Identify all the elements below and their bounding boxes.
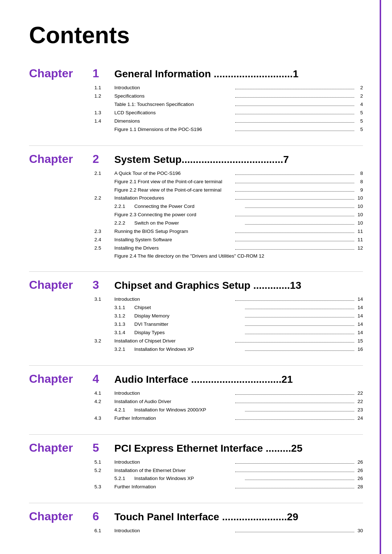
toc-entry-num: 4.2 <box>94 398 114 406</box>
toc-entry-page: 16 <box>356 345 363 354</box>
toc-entry-page: 4 <box>356 100 363 109</box>
chapter-block-4: Chapter4Audio Interface ................… <box>29 372 363 423</box>
toc-entry: 2.2.1Connecting the Power Cord10 <box>94 202 363 211</box>
toc-entry-dots <box>235 394 355 395</box>
toc-entry-dots <box>235 175 355 175</box>
toc-entry-dots <box>235 419 355 420</box>
toc-entry-page: 14 <box>356 312 363 320</box>
toc-entry-page: 10 <box>356 211 363 219</box>
toc-entry-num: 3.1.3 <box>114 320 134 329</box>
toc-entry-text: Further Information <box>114 483 234 491</box>
toc-entry-page: 10 <box>356 202 363 211</box>
toc-entry-num: 4.3 <box>94 414 114 423</box>
toc-entry-page: 14 <box>356 329 363 337</box>
toc-entry-num: 3.1 <box>94 295 114 304</box>
toc-entry-text: Figure 1.1 Dimensions of the POC-S196 <box>114 126 234 134</box>
toc-entry-dots <box>235 97 355 98</box>
toc-entry-num: 3.2 <box>94 337 114 345</box>
toc-entry: 2.4Installing System Software11 <box>94 236 363 244</box>
toc-entry-dots <box>245 309 354 309</box>
toc-entry-dots <box>235 216 355 216</box>
chapter-header-5: Chapter5PCI Express Ethernet Interface .… <box>29 441 363 455</box>
toc-entry-text: Installing System Software <box>114 236 234 244</box>
toc-entry: 4.3Further Information24 <box>94 414 363 423</box>
chapter-header-1: Chapter1General Information ............… <box>29 67 363 80</box>
toc-entry: 2.3Running the BIOS Setup Program11 <box>94 227 363 236</box>
toc-entry: 3.2.1Installation for Windows XP16 <box>94 345 363 354</box>
toc-entry: 2.2Installation Procedures10 <box>94 194 363 202</box>
toc-indent-spacer <box>94 253 114 260</box>
toc-entries-3: 3.1Introduction143.1.1Chipset143.1.2Disp… <box>29 295 363 354</box>
toc-entry: 4.2Installation of Audio Driver22 <box>94 398 363 406</box>
toc-entry-page: 9 <box>356 186 363 194</box>
toc-entry-dots <box>235 532 355 532</box>
toc-entry: 3.1.4Display Types14 <box>94 329 363 337</box>
toc-entry-num: 4.2.1 <box>114 406 134 414</box>
toc-entry-page: 14 <box>356 320 363 329</box>
chapter-label-4: Chapter <box>29 372 93 386</box>
toc-entry-page: 2 <box>356 84 363 92</box>
toc-entry-text: Introduction <box>114 458 234 467</box>
chapter-header-3: Chapter3Chipset and Graphics Setup .....… <box>29 278 363 292</box>
toc-entry-dots <box>235 300 355 301</box>
toc-entry-dots <box>235 106 355 106</box>
toc-entry-page: 22 <box>356 389 363 398</box>
toc-entry-num: 2.1 <box>94 169 114 178</box>
toc-entry: Figure 2.4 The file directory on the "Dr… <box>94 253 363 260</box>
toc-entry-text: Further Information <box>114 414 234 423</box>
toc-entry-page: 10 <box>356 219 363 227</box>
toc-entry-dots <box>235 241 355 241</box>
page-title: Contents <box>29 22 363 49</box>
toc-entry-num: 6.1 <box>94 527 114 535</box>
toc-entry-page: 30 <box>356 527 363 535</box>
toc-entry-dots <box>245 224 354 225</box>
toc-entry: 1.3LCD Specifications5 <box>94 109 363 117</box>
chapter-num-6: 6 <box>93 510 114 523</box>
page: Contents Chapter1General Information ...… <box>0 0 392 554</box>
chapter-title-1: General Information ....................… <box>114 68 363 80</box>
chapter-title-5: PCI Express Ethernet Interface .........… <box>114 443 363 454</box>
toc-entry-dots <box>235 199 355 200</box>
toc-entry-text: Chipset <box>134 304 244 312</box>
toc-entry-dots <box>245 480 354 480</box>
chapter-label-2: Chapter <box>29 152 93 166</box>
toc-entry-text: Introduction <box>114 295 234 304</box>
toc-entries-1: 1.1Introduction21.2Specifications2Table … <box>29 84 363 134</box>
toc-entry: 2.2.2Switch on the Power10 <box>94 219 363 227</box>
toc-entry-num: 2.2 <box>94 194 114 202</box>
toc-entry-page: 5 <box>356 117 363 126</box>
chapter-block-5: Chapter5PCI Express Ethernet Interface .… <box>29 441 363 492</box>
toc-entry-num: 3.2.1 <box>114 345 134 354</box>
toc-entry-text: A Quick Tour of the POC-S196 <box>114 169 234 178</box>
toc-entry-num: 3.1.4 <box>114 329 134 337</box>
chapter-header-4: Chapter4Audio Interface ................… <box>29 372 363 386</box>
toc-entry: 6.1Introduction30 <box>94 527 363 535</box>
toc-entry-page: 15 <box>356 337 363 345</box>
toc-entry-num: 5.1 <box>94 458 114 467</box>
toc-entry-dots <box>235 191 355 192</box>
toc-entry: Table 1.1: Touchscreen Specification4 <box>94 100 363 109</box>
toc-entry-dots <box>245 334 354 334</box>
toc-entry-page: 12 <box>356 244 363 253</box>
right-border-decoration <box>380 0 381 554</box>
toc-entry-page: 11 <box>356 227 363 236</box>
toc-entry-dots <box>245 208 354 208</box>
toc-entry-text: Installation for Windows 2000/XP <box>134 406 244 414</box>
toc-entry-text: Figure 2.4 The file directory on the "Dr… <box>114 253 264 260</box>
toc-entry-num: 1.4 <box>94 117 114 126</box>
chapter-num-1: 1 <box>93 67 114 80</box>
toc-entry-num: 2.2.1 <box>114 202 134 211</box>
section-divider <box>29 145 363 146</box>
toc-entry-num: 3.1.1 <box>114 304 134 312</box>
toc-entry: 3.1.3DVI Transmitter14 <box>94 320 363 329</box>
chapter-num-4: 4 <box>93 372 114 386</box>
toc-entry-page: 2 <box>356 92 363 100</box>
toc-entry-dots <box>235 472 355 472</box>
toc-entry: 4.1Introduction22 <box>94 389 363 398</box>
section-divider <box>29 503 363 503</box>
toc-entry-text: Installation of the Ethernet Driver <box>114 467 234 475</box>
toc-entry: 2.1A Quick Tour of the POC-S1968 <box>94 169 363 178</box>
toc-entry-dots <box>245 317 354 317</box>
toc-entry-text: Figure 2.1 Front view of the Point-of-ca… <box>114 178 234 186</box>
toc-entry-text: Switch on the Power <box>134 219 244 227</box>
